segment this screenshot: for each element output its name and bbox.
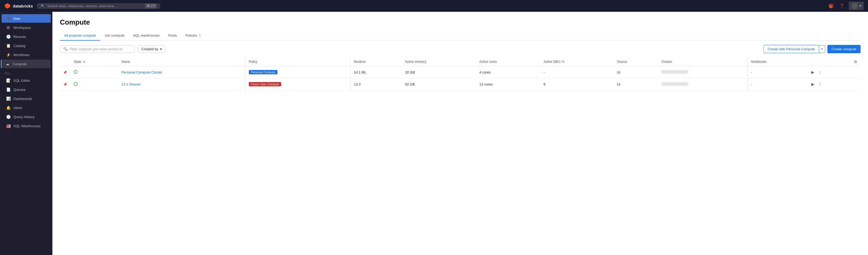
sidebar-alerts-label: Alerts [13,106,22,110]
cell-name-1: Personal Compute Cluster [118,66,246,78]
chevron-down-icon: ▾ [860,4,861,8]
table-settings-icon[interactable]: ⚙ [854,60,857,64]
sidebar-item-dashboards[interactable]: 📊 Dashboards [2,94,51,103]
more-actions-button-1[interactable]: ⋮ [816,69,824,75]
policy-badge-1: Personal Compute [249,70,277,74]
tab-pools[interactable]: Pools [164,31,181,41]
table-header-row: State ⇅ Name Policy Runtime [60,58,861,66]
alerts-icon: 🔔 [6,105,11,110]
user-avatar [851,3,858,9]
cell-pin-2: 📌 [60,78,70,90]
sidebar-queries-label: Queries [13,88,26,92]
create-compute-button[interactable]: Create compute [827,45,861,53]
cell-runtime-1: 14.1 ML [350,66,402,78]
brand-logo: databricks [4,3,33,9]
start-button-1[interactable]: ▶ [810,69,816,75]
compute-filter-input[interactable] [70,47,131,51]
sidebar-item-workflows[interactable]: ⚡ Workflows [2,51,51,59]
status-circle-2 [74,82,78,86]
sidebar-catalog-label: Catalog [13,44,25,48]
cell-source-1: UI [614,66,658,78]
sidebar-recents-label: Recents [13,35,26,39]
sidebar-item-queries[interactable]: 📄 Queries [2,85,51,94]
cell-notebooks-2: - [748,78,807,90]
sidebar-item-sql-warehouses[interactable]: 🏭 SQL Warehouses [2,122,51,130]
cell-notebooks-1: - [748,66,807,78]
cell-pin-1: 📌 [60,66,70,78]
col-creator: Creator [658,58,748,66]
sql-warehouses-icon: 🏭 [6,124,11,128]
creator-blurred-1 [661,70,688,73]
sidebar-item-catalog[interactable]: 📋 Catalog [2,41,51,50]
col-runtime: Runtime [350,58,402,66]
toolbar: 🔍 Created by ▾ Create with Personal Comp… [52,41,868,58]
created-by-filter-button[interactable]: Created by ▾ [138,45,165,53]
sidebar-item-query-history[interactable]: 🕐 Query History [2,113,51,121]
compute-table: State ⇅ Name Policy Runtime [60,58,861,90]
cell-state-1 [70,66,118,78]
cell-runtime-2: 13.3 [350,78,402,90]
sidebar-item-workspace[interactable]: ⊞ Workspace [2,23,51,32]
compute-icon: ☁ [5,62,10,66]
toolbar-right-actions: Create with Personal Compute ▾ Create co… [764,45,861,53]
cluster-name-link-2[interactable]: 13.3 Shared [122,82,141,86]
gift-icon-button[interactable]: 🎁 [827,2,835,10]
more-actions-button-2[interactable]: ⋮ [816,81,824,87]
tab-job-compute[interactable]: Job compute [100,31,128,41]
sidebar-query-history-label: Query History [13,115,34,119]
col-active-memory: Active memory [402,58,476,66]
sidebar: ➕ New ⊞ Workspace 🕐 Recents 📋 Catalog ⚡ … [0,12,52,255]
sidebar-item-compute[interactable]: ☁ Compute [1,60,51,68]
databricks-logo-icon [4,3,11,9]
col-name: Name [118,58,246,66]
create-with-button-group: Create with Personal Compute ▾ [764,45,825,53]
created-by-label: Created by [142,47,158,51]
table-row: 📌 13.3 Shared Power User Compute 13.3 92 [60,78,861,90]
col-policy: Policy [245,58,350,66]
workspace-icon: ⊞ [6,25,11,30]
main-layout: ➕ New ⊞ Workspace 🕐 Recents 📋 Catalog ⚡ … [0,12,868,255]
col-notebooks: Notebooks [748,58,807,66]
creator-blurred-2 [661,82,688,86]
sidebar-item-sql-editor[interactable]: 📝 SQL Editor [2,76,51,85]
start-button-2[interactable]: ▶ [810,81,816,87]
tab-sql-warehouses[interactable]: SQL warehouses [129,31,164,41]
col-source: Source [614,58,658,66]
cell-memory-1: 32 GB [402,66,476,78]
help-icon-button[interactable]: ❓ [838,2,845,10]
cluster-name-link-1[interactable]: Personal Compute Cluster [122,70,162,74]
compute-table-container: State ⇅ Name Policy Runtime [52,58,868,255]
filter-chevron-icon: ▾ [160,47,162,51]
global-search-bar[interactable]: 🔍 ⌘ + P [37,3,160,8]
col-active-cores: Active cores [476,58,540,66]
sidebar-workspace-label: Workspace [13,26,31,30]
cell-name-2: 13.3 Shared [118,78,246,90]
query-history-icon: 🕐 [6,115,11,119]
global-search-input[interactable] [47,4,143,8]
cell-creator-1 [658,66,748,78]
workflows-icon: ⚡ [6,53,11,57]
sidebar-item-alerts[interactable]: 🔔 Alerts [2,103,51,112]
cell-cores-2: 12 cores [476,78,540,90]
recents-icon: 🕐 [6,34,11,39]
sidebar-item-recents[interactable]: 🕐 Recents [2,32,51,41]
search-icon: 🔍 [41,4,45,8]
sql-section-label: SQL [0,68,52,76]
col-pin [60,58,70,66]
col-state[interactable]: State ⇅ [70,58,118,66]
cell-memory-2: 92 GB [402,78,476,90]
page-title: Compute [60,18,861,27]
tab-all-purpose[interactable]: All-purpose compute [60,31,100,41]
pin-icon-2: 📌 [63,83,67,86]
create-with-dropdown-button[interactable]: ▾ [819,45,825,53]
policy-badge-2: Power User Compute [249,82,281,86]
plus-icon: ➕ [6,16,11,21]
sidebar-item-new[interactable]: ➕ New [2,14,51,23]
create-with-personal-compute-button[interactable]: Create with Personal Compute [764,45,819,53]
status-circle-1 [74,70,78,74]
page-header: Compute All-purpose compute Job compute … [52,12,868,41]
compute-filter-input-wrapper[interactable]: 🔍 [60,45,135,53]
sql-editor-icon: 📝 [6,78,11,83]
tab-policies[interactable]: Policies ℹ [181,31,205,41]
user-menu[interactable]: ▾ [849,2,864,10]
